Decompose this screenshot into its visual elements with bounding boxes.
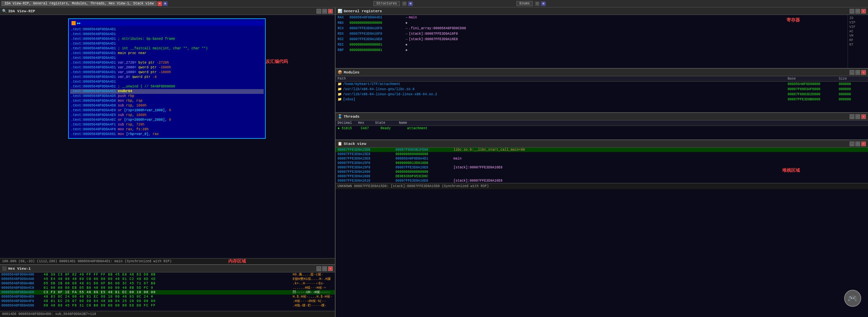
modules-col-size: Size <box>839 77 866 81</box>
reg-close-btn[interactable]: ✕ <box>861 9 866 14</box>
hex-close-btn[interactable]: ✕ <box>328 266 333 271</box>
code-line-20: .text:00005648F0D0A4F1 sub rsp, 720h <box>70 122 264 127</box>
stack-panel-header: 📋 Stack view _ □ ✕ <box>336 140 868 148</box>
hex-status-text: 00014D0 00005648F0D0A4D0: sub_5648F0D0A3… <box>2 312 96 316</box>
stack-minimize-btn[interactable]: _ <box>850 141 854 146</box>
stack-icon: 📋 <box>338 141 342 146</box>
modules-panel-header: 📦 Modules _ □ ✕ <box>336 69 868 76</box>
tab-sync-ida[interactable]: ⊞ <box>163 1 168 6</box>
flag-vif: VIF <box>849 25 867 29</box>
tab-ida-view[interactable]: IDA View-RIP, General registers, Modules… <box>1 1 157 6</box>
reg-row-rax: RAX 00005648F0D0A4D1 → main <box>336 15 848 20</box>
module-row-1: 📁 /usr/lib/x86-64-linux-gnu/libc.so.6 00… <box>336 87 868 92</box>
flag-vm: VM <box>849 34 867 38</box>
tab-close-enums[interactable]: □ <box>535 1 540 6</box>
code-line-13[interactable]: .text:00005648F0D0A4D1 endbr64 <box>70 89 264 94</box>
thread-state-0: Ready <box>381 126 404 131</box>
ida-status-text: 100.00% (68,-33) (1112,286) 000014D1 000… <box>2 260 172 263</box>
module-base-3: 00007FFE3D9B0000 <box>788 97 839 102</box>
registers-panel: 📊 General registers _ □ ✕ 寄存器 RAX 000056… <box>336 7 868 69</box>
modules-columns-header: Path Base Size <box>336 76 868 82</box>
stack-row-3: 00007FFE3D9A15F0 0000000013D916D0 <box>336 161 868 165</box>
stack-row-7: 00007FFE3D9A1610 00007FFE3D9A16E8 [stack… <box>336 179 868 183</box>
tab-enums[interactable]: Enums <box>516 1 533 6</box>
code-line-6: .text:00005648F0D0A4D1 <box>70 56 264 61</box>
module-base-1: 00007F6003AF6000 <box>788 87 839 91</box>
module-path-0: /home/myheart/CTF/attachment <box>343 82 788 86</box>
ida-minimize-btn[interactable]: _ <box>316 9 321 14</box>
ida-restore-btn[interactable]: □ <box>322 9 327 14</box>
stack-row-6: 00007FFE3D9A1608 DE0E6369F953CD6C <box>336 174 868 179</box>
module-row-0: 📁 /home/myheart/CTF/attachment 00005648F… <box>336 82 868 87</box>
flags-panel: ID VIP VIF AC VM RF NT <box>848 15 868 68</box>
tab-close-struct[interactable]: □ <box>402 1 407 6</box>
stack-row-0[interactable]: 00007FFE3D9A15D8 00007F6003B1FD90 libc.s… <box>336 148 868 152</box>
flag-nt: NT <box>849 43 867 47</box>
stack-status-bar: UNKNOWN 00007FFE3D9A15D8: [stack]:00007F… <box>336 183 868 189</box>
ida-panel-header: 🔍 IDA View-RIP _ □ ✕ <box>0 7 335 15</box>
tab-structures[interactable]: Structures <box>373 1 400 6</box>
module-row-2: 📁 /usr/lib/x86-64-linux-gnu/ld-linux-x86… <box>336 92 868 97</box>
tab-sync-struct[interactable]: ⊞ <box>408 1 413 6</box>
code-line-2: .text:00005648F0D0A4D1 ; Attributes: bp-… <box>70 37 264 41</box>
module-base-0: 00005648F0D09000 <box>788 82 839 86</box>
stack-restore-btn[interactable]: □ <box>855 141 860 146</box>
main-layout: 🔍 IDA View-RIP _ □ ✕ ▶▶ .text:00005648F0… <box>0 7 868 317</box>
code-line-14: .text:00005648F0D0A4D5 push rbp <box>70 94 264 99</box>
module-size-1: 000000 <box>839 87 866 91</box>
threads-close-btn[interactable]: ✕ <box>861 114 866 119</box>
flag-id: ID <box>849 16 867 20</box>
modules-col-path: Path <box>338 77 788 81</box>
code-line-12: .text:00005648F0D0A4D1 ; __unwind { // 5… <box>70 84 264 89</box>
stack-close-btn[interactable]: ✕ <box>861 141 866 146</box>
hex-row-5: 00005648F0D0A4E048 83 0C 24 00 48 81 EC … <box>0 295 335 299</box>
tab-sync-enums[interactable]: ⊞ <box>541 1 546 6</box>
modules-col-base: Base <box>788 77 839 81</box>
threads-panel-header: 🧵 Threads _ □ ✕ <box>336 113 868 120</box>
reg-panel-header: 📊 General registers _ □ ✕ <box>336 7 868 15</box>
hex-row-1: 00005648F0D0A4A045 E4 48 98 48 69 C0 96 … <box>0 277 335 281</box>
top-bar: IDA View-RIP, General registers, Modules… <box>0 0 868 7</box>
threads-col-state: State <box>375 121 399 125</box>
hex-view-panel: ⬛ Hex View-1 _ □ ✕ 00005648F0D0A49048 39… <box>0 264 335 317</box>
reg-minimize-btn[interactable]: _ <box>850 9 854 14</box>
threads-panel-controls: _ □ ✕ <box>850 114 866 119</box>
module-icon-2: 📁 <box>338 92 342 97</box>
tab-close-ida[interactable]: ✕ <box>157 1 162 6</box>
threads-restore-btn[interactable]: □ <box>855 114 860 119</box>
modules-close-btn[interactable]: ✕ <box>861 70 866 75</box>
hex-row-4[interactable]: 00005648F0D0A4D0C3 F3 0F 1E FA 55 48 89 … <box>0 290 335 295</box>
reg-row-rcx: RCX 00007FFE3D9A16F8 → .fini_array:00005… <box>336 26 848 31</box>
modules-restore-btn[interactable]: □ <box>855 70 860 75</box>
threads-minimize-btn[interactable]: _ <box>850 114 854 119</box>
thread-name-0: attachment <box>407 126 866 131</box>
code-line-4: .text:00005648F0D0A4D1 ; int __fastcall … <box>70 46 264 51</box>
right-panel: 📊 General registers _ □ ✕ 寄存器 RAX 000056… <box>336 7 868 317</box>
code-line-19: .text:00005648F0D0A4EC or [rsp+2000h+var… <box>70 118 264 122</box>
modules-minimize-btn[interactable]: _ <box>850 70 854 75</box>
reg-panel-title: General registers <box>344 9 382 13</box>
hex-minimize-btn[interactable]: _ <box>316 266 321 271</box>
modules-panel-controls: _ □ ✕ <box>850 70 866 75</box>
reg-restore-btn[interactable]: □ <box>855 9 860 14</box>
stack-annotation: 堆栈区域 <box>782 167 800 173</box>
left-panel: 🔍 IDA View-RIP _ □ ✕ ▶▶ .text:00005648F0… <box>0 7 336 317</box>
code-title-bar: ▶▶ <box>70 20 264 26</box>
module-path-2: /usr/lib/x86-64-linux-gnu/ld-linux-x86-6… <box>343 92 788 97</box>
module-size-0: 000000 <box>839 82 866 86</box>
code-line-7: .text:00005648F0D0A4D1 var_2720= byte pt… <box>70 61 264 65</box>
module-row-3: 📁 [vdso] 00007FFE3D9B0000 000000 <box>336 97 868 102</box>
module-icon-0: 📁 <box>338 82 342 86</box>
code-title-icon <box>72 21 76 25</box>
module-base-2: 00007F6003D2D000 <box>788 92 839 97</box>
module-size-2: 000000 <box>839 92 866 97</box>
stack-panel-controls: _ □ ✕ <box>850 141 866 146</box>
hex-restore-btn[interactable]: □ <box>322 266 327 271</box>
stack-content: 00007FFE3D9A15D8 00007F6003B1FD90 libc.s… <box>336 148 868 183</box>
ida-close-btn[interactable]: ✕ <box>328 9 333 14</box>
flag-vip: VIP <box>849 21 867 24</box>
ida-code-area[interactable]: ▶▶ .text:00005648F0D0A4D1 .text:00005648… <box>0 15 335 258</box>
module-path-1: /usr/lib/x86-64-linux-gnu/libc.so.6 <box>343 87 788 91</box>
module-size-3: 000000 <box>839 97 866 102</box>
code-line-0: .text:00005648F0D0A4D1 <box>70 27 264 32</box>
